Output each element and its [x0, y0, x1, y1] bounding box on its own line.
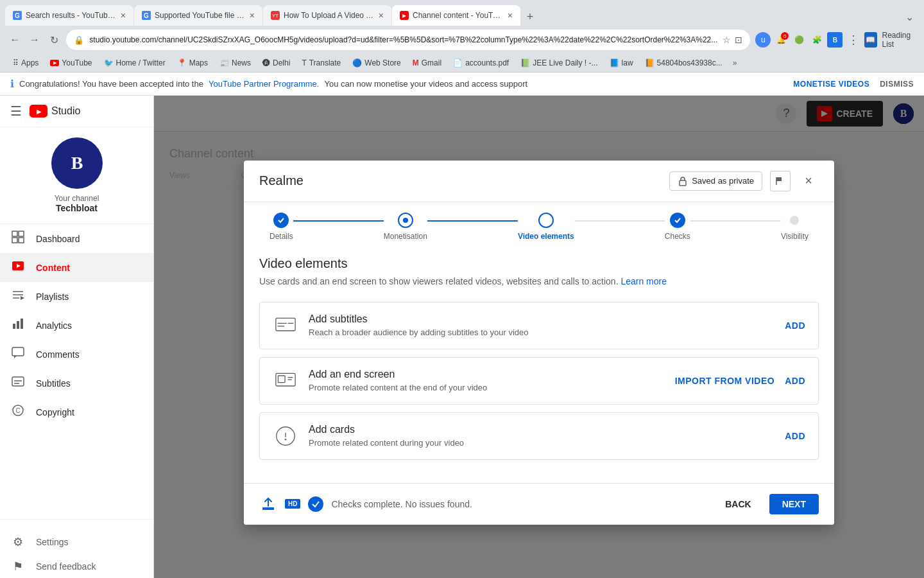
- tab-close-3[interactable]: ×: [379, 10, 384, 21]
- svg-rect-25: [680, 180, 686, 186]
- reload-button[interactable]: ↻: [47, 31, 61, 49]
- bookmark-law[interactable]: 📘 law: [604, 57, 638, 69]
- bookmark-webstore-label: Web Store: [364, 58, 400, 67]
- ext-b-icon[interactable]: B: [827, 32, 843, 48]
- bookmark-twitter-label: Home / Twitter: [116, 58, 166, 67]
- subtitles-add-button[interactable]: ADD: [785, 320, 805, 331]
- end-screen-desc: Promote related content at the end of yo…: [309, 383, 665, 392]
- end-screen-add-button[interactable]: ADD: [785, 376, 805, 386]
- checks-checkmark-icon: [674, 216, 681, 224]
- tab-close-4[interactable]: ×: [508, 10, 513, 21]
- gmail-favicon: M: [413, 58, 419, 67]
- sidebar-item-subtitles[interactable]: Subtitles: [0, 369, 153, 398]
- bookmark-delhi[interactable]: 🅐 Delhi: [257, 57, 295, 69]
- sidebar-item-comments[interactable]: Comments: [0, 340, 153, 369]
- analytics-label: Analytics: [36, 320, 72, 331]
- svg-rect-14: [21, 319, 23, 329]
- playlists-icon: [10, 288, 26, 304]
- sidebar-item-settings[interactable]: ⚙ Settings: [10, 530, 143, 554]
- modal-body: Video elements Use cards and an end scre…: [244, 241, 834, 483]
- sidebar-header: ☰ Studio: [0, 96, 153, 127]
- more-bookmarks-button[interactable]: »: [729, 57, 741, 69]
- ext-ublock-icon[interactable]: u: [755, 32, 771, 48]
- address-bar[interactable]: 🔒 studio.youtube.com/channel/UC2SkdiSZrx…: [66, 30, 750, 50]
- saved-private-badge[interactable]: Saved as private: [669, 171, 762, 191]
- svg-rect-3: [19, 231, 24, 236]
- tab-close-2[interactable]: ×: [250, 10, 255, 21]
- bookmarks-bar: ⠿ Apps ▶ YouTube 🐦 Home / Twitter 📍 Maps…: [0, 54, 924, 73]
- channel-logo-svg: B: [61, 147, 93, 179]
- monetise-button[interactable]: MONETISE VIDEOS: [793, 80, 869, 89]
- bookmark-star-icon[interactable]: ☆: [723, 35, 731, 45]
- bookmark-jee[interactable]: 📗 JEE Live Daily ! -...: [515, 57, 603, 69]
- bookmark-gmail[interactable]: M Gmail: [407, 57, 447, 69]
- banner-link[interactable]: YouTube Partner Programme.: [209, 79, 319, 89]
- ext-puzzle-icon[interactable]: 🧩: [809, 32, 825, 48]
- tab-2[interactable]: G Supported YouTube file forma... ×: [134, 5, 262, 26]
- bookmark-youtube-label: YouTube: [62, 58, 92, 67]
- your-channel-label: Your channel: [10, 194, 143, 203]
- sidebar-item-feedback[interactable]: ⚑ Send feedback: [10, 554, 143, 578]
- bookmark-54804[interactable]: 📙 54804bos43938c...: [640, 57, 728, 69]
- sidebar-item-content[interactable]: Content: [0, 253, 153, 282]
- tab-list-button[interactable]: ⌄: [900, 8, 919, 26]
- sidebar-item-dashboard[interactable]: Dashboard: [0, 224, 153, 253]
- sidebar-item-analytics[interactable]: Analytics: [0, 311, 153, 340]
- svg-rect-26: [776, 177, 782, 181]
- translate-favicon: T: [302, 58, 306, 67]
- back-button[interactable]: ←: [8, 31, 22, 49]
- new-tab-button[interactable]: +: [521, 8, 539, 26]
- reading-list-icon[interactable]: 📖: [864, 32, 877, 48]
- connector-1: [293, 220, 384, 222]
- bookmark-webstore[interactable]: 🔵 Web Store: [347, 57, 406, 69]
- bookmark-maps-label: Maps: [189, 58, 208, 67]
- dismiss-button[interactable]: DISMISS: [880, 80, 914, 89]
- bookmark-translate[interactable]: T Translate: [296, 57, 346, 69]
- import-from-video-button[interactable]: IMPORT FROM VIDEO: [675, 376, 775, 386]
- step-video-elements-circle: [538, 213, 554, 228]
- sidebar-item-copyright[interactable]: C Copyright: [0, 398, 153, 426]
- back-button[interactable]: BACK: [715, 494, 761, 514]
- bookmark-youtube[interactable]: ▶ YouTube: [45, 57, 97, 69]
- bookmark-accounts[interactable]: 📄 accounts.pdf: [448, 57, 514, 69]
- bookmark-twitter[interactable]: 🐦 Home / Twitter: [99, 57, 171, 69]
- ext-green-icon[interactable]: 🟢: [791, 32, 807, 48]
- content-icon: [10, 259, 26, 276]
- channel-avatar[interactable]: B: [51, 137, 103, 189]
- bookmark-news-label: News: [232, 58, 251, 67]
- next-button[interactable]: NEXT: [769, 494, 819, 514]
- analytics-icon: [10, 317, 26, 333]
- channel-name: Techbloat: [10, 203, 143, 213]
- close-modal-button[interactable]: ×: [798, 171, 819, 191]
- news-favicon: 📰: [219, 58, 229, 67]
- tab-4[interactable]: ▶ Channel content - YouTube Stu... ×: [392, 5, 520, 26]
- tab-1[interactable]: G Search results - YouTube Help ×: [5, 5, 133, 26]
- footer-status-text: Checks complete. No issues found.: [331, 499, 472, 509]
- video-elements-title: Video elements: [259, 256, 819, 271]
- ext-notification-icon[interactable]: 🔔 0: [773, 32, 789, 48]
- hd-badge: HD: [285, 499, 300, 509]
- cards-info: Add cards Promote related content during…: [309, 424, 774, 448]
- forward-button[interactable]: →: [27, 31, 41, 49]
- menu-icon[interactable]: ⋮: [848, 33, 859, 47]
- bookmark-news[interactable]: 📰 News: [214, 57, 256, 69]
- step-monetisation-label: Monetisation: [384, 232, 427, 241]
- learn-more-link[interactable]: Learn more: [620, 276, 667, 286]
- svg-text:C: C: [15, 407, 20, 414]
- cards-svg-icon: [275, 426, 296, 446]
- banner-actions: MONETISE VIDEOS DISMISS: [793, 80, 914, 89]
- tab-close-1[interactable]: ×: [121, 10, 126, 21]
- svg-rect-28: [276, 318, 295, 331]
- hamburger-icon[interactable]: ☰: [10, 103, 22, 119]
- connector-4: [690, 220, 781, 222]
- flag-icon[interactable]: [770, 171, 791, 191]
- cards-add-button[interactable]: ADD: [785, 431, 805, 441]
- sidebar-item-playlists[interactable]: Playlists: [0, 282, 153, 311]
- lock-small-icon: [678, 176, 688, 186]
- settings-label: Settings: [36, 537, 69, 547]
- cast-icon[interactable]: ⊡: [735, 35, 742, 45]
- end-screen-name: Add an end screen: [309, 369, 665, 380]
- tab-3[interactable]: YT How To Upload A Video To You... ×: [263, 5, 391, 26]
- bookmark-apps[interactable]: ⠿ Apps: [8, 57, 44, 69]
- bookmark-maps[interactable]: 📍 Maps: [172, 57, 213, 69]
